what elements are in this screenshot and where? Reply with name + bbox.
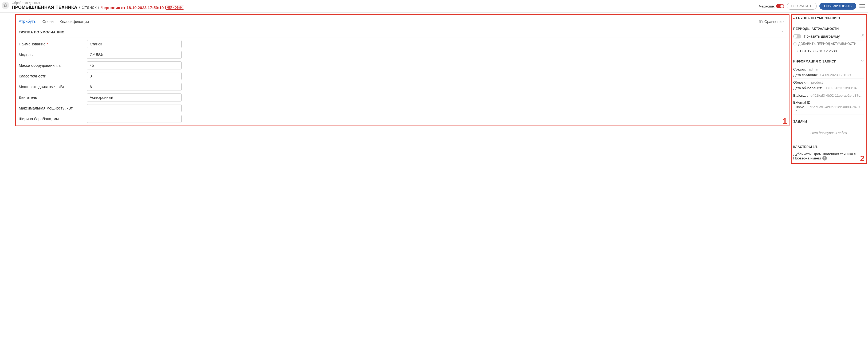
breadcrumb-record: Станок	[82, 5, 97, 10]
group-collapse-button[interactable]	[780, 30, 784, 34]
show-diagram-label: Показать диаграмму	[804, 34, 858, 38]
field-label-name: Наименование *	[19, 42, 82, 46]
svg-point-2	[862, 35, 863, 36]
updated-date-value: 08.09.2023 13:00:04	[825, 86, 864, 90]
menu-button[interactable]	[859, 3, 865, 9]
star-icon	[3, 3, 8, 8]
compare-button[interactable]: Сравнение	[759, 20, 786, 24]
publish-button[interactable]: ОПУБЛИКОВАТЬ	[819, 3, 856, 10]
breadcrumb-separator: /	[79, 5, 80, 10]
cluster-line1: Дубликаты Промышленная техника >	[793, 152, 864, 156]
no-tasks-message: Нет доступных задач	[793, 126, 864, 140]
svg-rect-0	[759, 21, 761, 23]
field-label-accuracy: Класс точности	[19, 74, 82, 78]
updated-by-value: product	[811, 81, 864, 85]
hamburger-icon	[860, 4, 865, 5]
draft-toggle-label: Черновик	[759, 4, 774, 8]
gear-icon	[861, 34, 864, 38]
etalon-value: e451fcd3-4b02-11ee-ab2e-d37c61c...	[811, 94, 864, 97]
draft-badge: ЧЕРНОВИК	[165, 6, 184, 10]
add-period-button[interactable]: ДОБАВИТЬ ПЕРИОД АКТУАЛЬНОСТИ	[793, 41, 864, 47]
save-button[interactable]: СОХРАНИТЬ	[787, 3, 817, 10]
breadcrumb-separator: /	[98, 5, 99, 10]
field-label-power: Мощность двигателя, кВт	[19, 85, 82, 89]
name-input[interactable]	[87, 40, 182, 48]
side-clusters-title: КЛАСТЕРЫ 1/1	[793, 140, 864, 151]
chevron-down-icon	[861, 59, 864, 63]
add-period-label: ДОБАВИТЬ ПЕРИОД АКТУАЛЬНОСТИ	[798, 42, 856, 46]
field-label-maxpower: Максимальная мощность, кВт	[19, 106, 82, 110]
engine-input[interactable]	[87, 94, 182, 101]
updated-by-label: Обновил:	[793, 81, 808, 85]
accuracy-input[interactable]	[87, 72, 182, 80]
created-date-value: 04.09.2023 12:10:30	[820, 73, 864, 77]
breadcrumb-link[interactable]: ПРОМЫШЛЕННАЯ ТЕХНИКА	[12, 5, 78, 10]
created-by-value: admin	[809, 67, 864, 71]
cluster-item[interactable]: Дубликаты Промышленная техника > Проверк…	[793, 151, 864, 161]
svg-rect-1	[761, 21, 762, 23]
favorite-star-button[interactable]	[2, 2, 9, 9]
tab-classification[interactable]: Классификация	[60, 18, 89, 26]
draft-toggle[interactable]	[776, 4, 784, 8]
cluster-count-badge: 2	[822, 156, 827, 161]
etalon-label: Etalon... :	[793, 94, 808, 97]
model-input[interactable]	[87, 51, 182, 59]
created-date-label: Дата создания:	[793, 73, 818, 77]
tab-attributes[interactable]: Атрибуты	[19, 18, 37, 26]
field-label-model: Модель	[19, 53, 82, 57]
cluster-line2: Проверка имени	[793, 156, 821, 160]
field-label-width: Ширина барабана, мм	[19, 117, 82, 121]
chevron-down-icon	[780, 30, 784, 34]
plus-circle-icon	[793, 42, 797, 46]
field-label-engine: Двигатель	[19, 95, 82, 100]
external-id-label: External ID	[793, 100, 864, 104]
compare-label: Сравнение	[764, 20, 784, 24]
breadcrumb-category: Обработка данных	[12, 1, 184, 5]
field-label-mass: Масса оборудования, кг	[19, 63, 82, 68]
power-input[interactable]	[87, 83, 182, 91]
group-title: ГРУППА ПО УМОЛЧАНИЮ	[19, 30, 64, 34]
created-by-label: Создал:	[793, 67, 806, 71]
side-periods-title: ПЕРИОДЫ АКТУАЛЬНОСТИ	[793, 22, 864, 33]
side-info-title[interactable]: ИНФОРМАЦИЯ О ЗАПИСИ	[793, 54, 864, 66]
external-id-key: unive... :	[796, 105, 808, 113]
width-input[interactable]	[87, 115, 182, 123]
side-tasks-title: ЗАДАЧИ	[793, 115, 864, 126]
side-group-title: ГРУППА ПО УМОЛЧАНИЮ	[793, 15, 864, 22]
external-id-value: d6aa0af0-4b02-11ee-ad83-7b795d0...	[810, 105, 864, 113]
period-value[interactable]: 01.01.1900 - 31.12.2500	[793, 47, 864, 54]
show-diagram-toggle[interactable]	[793, 34, 801, 38]
tab-links[interactable]: Связи	[42, 18, 54, 26]
periods-settings-button[interactable]	[861, 34, 864, 38]
maxpower-input[interactable]	[87, 104, 182, 112]
draft-timestamp: Черновик от 18.10.2023 17:50:19	[101, 5, 164, 10]
compare-icon	[759, 20, 763, 24]
mass-input[interactable]	[87, 61, 182, 69]
updated-date-label: Дата обновления:	[793, 86, 822, 90]
